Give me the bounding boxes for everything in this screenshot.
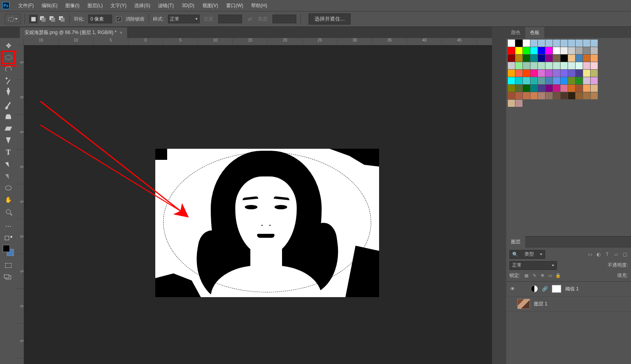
layer-filter-kind[interactable]: 🔍 类型: [509, 250, 545, 259]
swatch[interactable]: [523, 85, 530, 92]
swatch[interactable]: [591, 47, 598, 54]
swatch[interactable]: [591, 55, 598, 62]
swatch[interactable]: [523, 55, 530, 62]
swatch[interactable]: [553, 40, 560, 47]
swatch[interactable]: [515, 92, 522, 99]
ruler-vertical[interactable]: 505050505: [17, 45, 24, 364]
canvas[interactable]: [155, 149, 379, 297]
clone-stamp-tool[interactable]: [2, 111, 14, 123]
elliptical-marquee-tool[interactable]: [2, 51, 14, 63]
magic-wand-tool[interactable]: [2, 75, 14, 87]
swatch[interactable]: [545, 47, 553, 54]
swatch[interactable]: [568, 77, 575, 84]
swatch[interactable]: [515, 55, 522, 62]
add-to-selection-button[interactable]: [38, 15, 47, 23]
swatch[interactable]: [538, 77, 545, 84]
swatch[interactable]: [515, 100, 522, 107]
direct-selection-tool[interactable]: [2, 170, 14, 182]
swatch[interactable]: [545, 55, 553, 62]
pen-tool[interactable]: [2, 135, 14, 146]
swatch[interactable]: [538, 47, 545, 54]
collapsed-panel-strip[interactable]: [492, 27, 506, 364]
intersect-selection-button[interactable]: [57, 15, 66, 23]
swatch[interactable]: [591, 85, 598, 92]
swatch[interactable]: [568, 92, 575, 99]
edit-toolbar[interactable]: ⋯: [2, 220, 14, 232]
swatch[interactable]: [515, 62, 522, 69]
eraser-tool[interactable]: [2, 123, 14, 135]
swatch[interactable]: [523, 62, 530, 69]
lasso-tool[interactable]: [2, 63, 14, 75]
menu-edit[interactable]: 编辑(E): [38, 1, 61, 11]
swatch[interactable]: [523, 92, 530, 99]
swatch[interactable]: [508, 70, 515, 77]
filter-shape-icon[interactable]: ▱: [613, 251, 619, 258]
menu-layer[interactable]: 图层(L): [84, 1, 106, 11]
swatch[interactable]: [568, 85, 575, 92]
swatch[interactable]: [591, 92, 598, 99]
new-selection-button[interactable]: [29, 15, 38, 23]
swatch[interactable]: [515, 85, 522, 92]
type-tool[interactable]: T: [2, 146, 14, 158]
eyedropper-tool[interactable]: [2, 87, 14, 99]
swatch[interactable]: [583, 62, 590, 69]
swatch[interactable]: [583, 77, 590, 84]
swatch[interactable]: [545, 62, 553, 69]
swatch[interactable]: [560, 70, 568, 77]
color-mode-row[interactable]: [2, 232, 14, 244]
layer-row-threshold[interactable]: 👁 🔗 阈值 1: [506, 282, 631, 297]
menu-3d[interactable]: 3D(D): [179, 1, 198, 10]
swatch[interactable]: [530, 85, 538, 92]
swatch[interactable]: [530, 92, 538, 99]
menu-type[interactable]: 文字(Y): [107, 1, 130, 11]
feather-input[interactable]: [88, 15, 112, 23]
swatch[interactable]: [515, 40, 522, 47]
layer-row-1[interactable]: 图层 1: [506, 297, 631, 312]
swatch[interactable]: [553, 47, 560, 54]
swatch[interactable]: [560, 62, 568, 69]
swatch[interactable]: [576, 40, 583, 47]
hand-tool[interactable]: ✋: [2, 194, 14, 206]
swatch[interactable]: [576, 92, 583, 99]
swatch[interactable]: [568, 62, 575, 69]
swatch[interactable]: [545, 85, 553, 92]
foreground-background-swatch[interactable]: [2, 244, 14, 257]
swatch[interactable]: [576, 70, 583, 77]
swatch[interactable]: [538, 85, 545, 92]
swatch[interactable]: [591, 70, 598, 77]
swatch[interactable]: [508, 55, 515, 62]
swatch[interactable]: [583, 92, 590, 99]
swatch[interactable]: [523, 70, 530, 77]
swatch[interactable]: [515, 77, 522, 84]
move-tool[interactable]: ✥: [2, 40, 14, 51]
menu-window[interactable]: 窗口(W): [223, 1, 246, 11]
filter-type-icon[interactable]: T: [604, 251, 610, 258]
menu-filter[interactable]: 滤镜(T): [155, 1, 177, 11]
swatch[interactable]: [530, 77, 538, 84]
ruler-horizontal[interactable]: 15105051015202530354045: [24, 38, 492, 45]
swatch[interactable]: [576, 55, 583, 62]
menu-image[interactable]: 图像(I): [62, 1, 82, 11]
swatch[interactable]: [583, 55, 590, 62]
swatch[interactable]: [530, 70, 538, 77]
zoom-tool[interactable]: [2, 206, 14, 218]
swatch[interactable]: [523, 47, 530, 54]
swatch[interactable]: [560, 92, 568, 99]
mask-thumbnail[interactable]: [552, 285, 561, 293]
swatch[interactable]: [583, 40, 590, 47]
path-selection-tool[interactable]: [2, 158, 14, 170]
menu-help[interactable]: 帮助(H): [248, 1, 271, 11]
lock-all-icon[interactable]: 🔒: [555, 272, 561, 279]
menu-file[interactable]: 文件(F): [15, 1, 37, 11]
menu-select[interactable]: 选择(S): [131, 1, 153, 11]
swatch[interactable]: [591, 62, 598, 69]
tab-color[interactable]: 颜色: [506, 27, 525, 38]
style-select[interactable]: 正常: [168, 15, 200, 23]
swatch[interactable]: [560, 85, 568, 92]
swatch[interactable]: [508, 62, 515, 69]
swatch[interactable]: [591, 40, 598, 47]
swatch[interactable]: [530, 40, 538, 47]
swatch[interactable]: [576, 47, 583, 54]
swatch[interactable]: [538, 62, 545, 69]
blend-mode-select[interactable]: 正常: [509, 261, 557, 270]
